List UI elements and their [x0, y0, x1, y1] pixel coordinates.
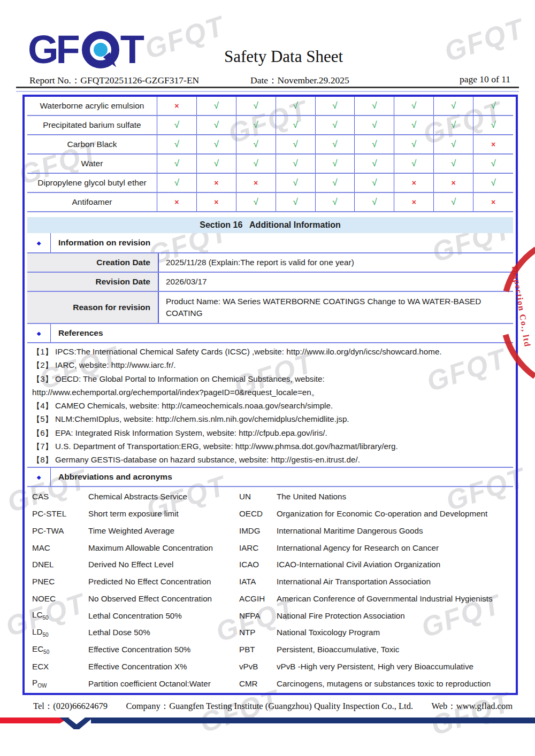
- abbr-term: MAC: [32, 543, 88, 552]
- mark-cell: √: [236, 155, 276, 173]
- footer-tel: Tel：(020)66624679: [33, 700, 108, 712]
- kv-row: Revision Date2026/03/17: [27, 273, 513, 292]
- check-icon: √: [214, 139, 219, 150]
- abbr-definition: Short term exposure limit: [88, 509, 239, 518]
- check-icon: √: [174, 178, 179, 188]
- reference-line: 【7】 U.S. Department of Transportation:ER…: [32, 439, 513, 453]
- mark-cell: √: [276, 193, 316, 211]
- abbreviation-row: LD50Lethal Dose 50%NTPNational Toxicolog…: [27, 624, 513, 641]
- abbr-term: ECX: [32, 662, 88, 671]
- check-icon: √: [332, 139, 337, 150]
- header-rule: [16, 87, 519, 88]
- cross-icon: ×: [174, 198, 179, 206]
- substance-label: Water: [27, 155, 157, 173]
- check-icon: √: [372, 197, 377, 207]
- kv-row: Creation Date2025/11/28 (Explain:The rep…: [27, 253, 513, 273]
- abbreviation-row: DNELDerived No Effect LevelICAOICAO-Inte…: [27, 556, 513, 573]
- substance-label: Antifoamer: [27, 193, 157, 211]
- mark-cell: √: [197, 116, 236, 134]
- mark-cell: ×: [197, 174, 236, 192]
- abbreviations-heading-row: ◆ Abbreviations and acronyms: [27, 467, 513, 487]
- mark-cell: ×: [394, 174, 434, 192]
- substance-label: Waterborne acrylic emulsion: [27, 97, 157, 115]
- abbreviation-row: PNECPredicted No Effect ConcentrationIAT…: [27, 573, 513, 590]
- cross-icon: ×: [214, 179, 218, 187]
- table-row: Water√√√√√√√√√: [27, 155, 513, 174]
- check-icon: √: [491, 120, 495, 130]
- mark-cell: √: [355, 135, 394, 153]
- check-icon: √: [411, 158, 416, 169]
- logo-letter-t: T: [120, 27, 142, 73]
- check-icon: √: [491, 158, 495, 169]
- cross-icon: ×: [491, 198, 495, 206]
- mark-cell: √: [394, 135, 434, 153]
- check-icon: √: [332, 101, 337, 111]
- reference-line: 【1】 IPCS:The International Chemical Safe…: [32, 345, 513, 358]
- abbreviation-row: POWPartition coefficient Octanol:WaterCM…: [27, 675, 513, 692]
- table-row: Antifoamer××√√√√×√×: [27, 193, 513, 212]
- revision-heading: Information on revision: [58, 238, 150, 248]
- abbreviation-row: PC-TWATime Weighted AverageIMDGInternati…: [27, 522, 513, 539]
- footer-company: Company：Guangfen Testing Institute (Guan…: [126, 700, 413, 712]
- abbreviation-row: NOECNo Observed Effect ConcentrationACGI…: [27, 590, 513, 607]
- substance-label: Precipitated barium sulfate: [27, 116, 157, 134]
- section16-band: Section 16 Additional Information: [27, 217, 513, 233]
- content-box: Waterborne acrylic emulsion×√√√√√√√√Prec…: [22, 95, 518, 695]
- reference-line: 【3】 OECD: The Global Portal to Informati…: [32, 372, 513, 385]
- mark-cell: √: [316, 174, 355, 192]
- gfqt-logo: GFT: [28, 27, 142, 73]
- abbr-definition: The United Nations: [277, 492, 513, 501]
- footer-contact-row: Tel：(020)66624679 Company：Guangfen Testi…: [33, 700, 513, 712]
- abbr-definition: International Air Transportation Associa…: [277, 577, 513, 586]
- bullet-cell: ◆: [27, 468, 51, 486]
- logo-q-magnifier-icon: [82, 31, 119, 68]
- mark-cell: √: [434, 193, 473, 211]
- kv-row: Reason for revisionProduct Name: WA Seri…: [27, 292, 513, 324]
- abbr-definition: Effective Concentration 50%: [88, 645, 239, 654]
- abbr-term: NOEC: [32, 594, 88, 603]
- kv-value: 2025/11/28 (Explain:The report is valid …: [159, 253, 513, 272]
- abbr-definition: Carcinogens, mutagens or substances toxi…: [277, 679, 513, 688]
- mark-cell: √: [434, 135, 473, 153]
- abbreviation-row: CASChemical Abstracts ServiceUNThe Unite…: [27, 488, 513, 505]
- mark-cell: √: [236, 97, 276, 115]
- check-icon: √: [332, 178, 337, 188]
- check-icon: √: [372, 139, 377, 150]
- check-icon: √: [451, 158, 456, 169]
- abbr-term: IARC: [239, 543, 277, 552]
- doc-title: Safety Data Sheet: [160, 47, 407, 66]
- report-date: Date：November.29.2025: [250, 74, 349, 87]
- abbr-definition: ICAO-International Civil Aviation Organi…: [277, 560, 513, 569]
- abbr-term: PBT: [239, 645, 277, 654]
- abbr-term: ACGIH: [239, 594, 277, 603]
- abbr-term: ICAO: [239, 560, 277, 569]
- kv-label: Reason for revision: [27, 292, 159, 323]
- mark-cell: √: [157, 135, 197, 153]
- abbr-term: PC-STEL: [32, 509, 88, 518]
- abbr-definition: International Agency for Research on Can…: [277, 543, 513, 552]
- mark-cell: √: [197, 155, 236, 173]
- table-row: Dipropylene glycol butyl ether√××√√√××√: [27, 174, 513, 193]
- abbr-definition: No Observed Effect Concentration: [88, 594, 239, 603]
- abbr-term: PNEC: [32, 577, 88, 586]
- abbr-definition: National Toxicology Program: [277, 628, 513, 637]
- check-icon: √: [332, 158, 337, 169]
- abbr-definition: Predicted No Effect Concentration: [88, 577, 239, 586]
- abbr-definition: Lethal Concentration 50%: [88, 611, 239, 620]
- footer-tel-label: Tel：: [33, 701, 53, 711]
- check-icon: √: [451, 139, 456, 150]
- mark-cell: √: [276, 97, 316, 115]
- table-row: Waterborne acrylic emulsion×√√√√√√√√: [27, 97, 513, 116]
- diamond-bullet-icon: ◆: [37, 330, 41, 336]
- check-icon: √: [451, 120, 456, 130]
- mark-cell: √: [355, 155, 394, 173]
- check-icon: √: [451, 197, 456, 207]
- mark-cell: ×: [394, 193, 434, 211]
- check-icon: √: [491, 101, 495, 111]
- abbr-definition: Organization for Economic Co-operation a…: [277, 509, 513, 518]
- abbr-term: UN: [239, 492, 277, 501]
- reference-line: 【6】 EPA: Integrated Risk Information Sys…: [32, 426, 513, 439]
- abbr-term: OECD: [239, 509, 277, 518]
- abbreviation-row: EC50Effective Concentration 50%PBTPersis…: [27, 641, 513, 658]
- mark-cell: √: [236, 116, 276, 134]
